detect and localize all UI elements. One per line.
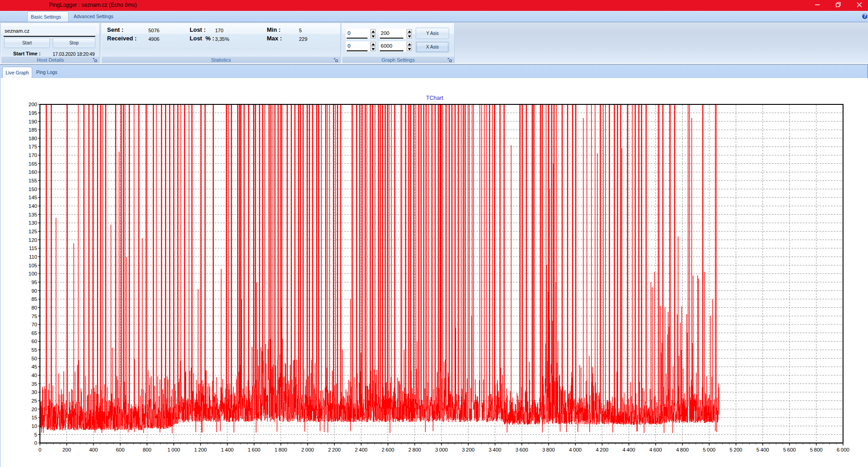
svg-text:800: 800 [142,447,151,452]
svg-text:130: 130 [29,220,37,226]
svg-text:5: 5 [34,432,37,438]
svg-text:4 600: 4 600 [649,447,662,452]
svg-text:600: 600 [116,447,124,452]
svg-text:1 400: 1 400 [221,447,234,452]
svg-text:5 600: 5 600 [783,447,796,452]
svg-text:80: 80 [31,305,37,310]
svg-text:165: 165 [29,161,37,167]
svg-text:40: 40 [31,373,37,378]
svg-text:4 800: 4 800 [676,447,689,452]
svg-text:100: 100 [29,271,37,276]
svg-text:20: 20 [31,407,37,412]
svg-text:180: 180 [29,136,37,141]
svg-text:60: 60 [31,339,37,344]
svg-text:200: 200 [29,102,37,107]
svg-text:5 200: 5 200 [730,447,742,452]
svg-text:135: 135 [29,212,37,217]
svg-text:1 600: 1 600 [248,447,260,452]
svg-text:195: 195 [29,110,37,116]
svg-text:185: 185 [29,127,37,133]
svg-text:2 600: 2 600 [382,447,394,452]
svg-text:4 000: 4 000 [569,447,582,452]
svg-text:140: 140 [29,203,37,209]
svg-text:115: 115 [29,246,37,251]
svg-text:3 200: 3 200 [462,447,475,452]
svg-text:1 800: 1 800 [275,447,287,452]
svg-text:3 600: 3 600 [515,447,528,452]
svg-text:45: 45 [31,364,37,369]
svg-text:200: 200 [62,447,71,452]
svg-text:105: 105 [29,263,37,268]
svg-text:2 200: 2 200 [328,447,341,452]
svg-text:70: 70 [31,322,37,327]
svg-text:120: 120 [29,237,37,243]
svg-text:175: 175 [29,144,37,149]
svg-text:145: 145 [29,195,37,200]
svg-text:3 400: 3 400 [489,447,501,452]
svg-text:5 000: 5 000 [703,447,716,452]
svg-text:160: 160 [29,169,37,175]
svg-text:4 200: 4 200 [596,447,608,452]
svg-text:1 000: 1 000 [167,447,180,452]
svg-text:75: 75 [31,314,37,319]
svg-text:30: 30 [31,389,37,395]
svg-text:10: 10 [31,423,37,429]
svg-text:170: 170 [29,152,37,158]
svg-text:0: 0 [34,440,37,446]
svg-text:55: 55 [31,347,37,353]
svg-text:0: 0 [39,447,41,452]
svg-text:50: 50 [31,356,37,361]
svg-text:3 000: 3 000 [435,447,448,452]
svg-text:150: 150 [29,187,37,192]
svg-text:85: 85 [31,296,37,302]
svg-text:2 800: 2 800 [408,447,421,452]
svg-text:110: 110 [29,254,37,260]
svg-text:65: 65 [31,330,37,336]
svg-text:5 400: 5 400 [756,447,769,452]
svg-text:3 800: 3 800 [542,447,555,452]
svg-text:5 800: 5 800 [810,447,823,452]
svg-text:400: 400 [89,447,98,452]
svg-text:90: 90 [31,288,37,294]
svg-text:6 000: 6 000 [837,447,849,452]
svg-text:190: 190 [29,119,37,124]
svg-text:125: 125 [29,229,37,234]
svg-text:TChart: TChart [426,95,444,101]
svg-text:35: 35 [31,381,37,387]
svg-text:155: 155 [29,178,37,183]
svg-text:2 000: 2 000 [301,447,314,452]
svg-text:25: 25 [31,398,37,403]
svg-text:4 400: 4 400 [623,447,635,452]
svg-text:2 400: 2 400 [355,447,368,452]
svg-text:1 200: 1 200 [194,447,207,452]
svg-text:95: 95 [31,280,37,285]
svg-text:15: 15 [31,415,37,420]
